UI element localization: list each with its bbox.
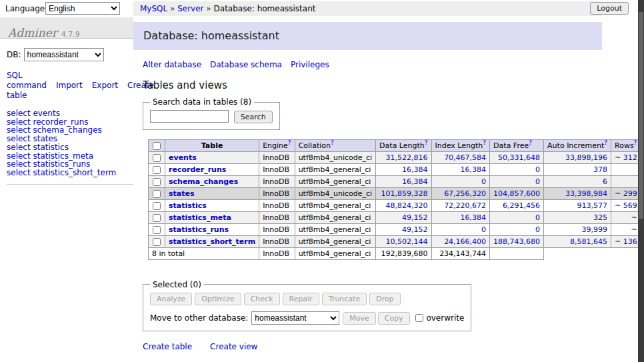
row-checkbox[interactable] [153,166,161,174]
help-link[interactable]: ? [483,141,486,150]
table-link-statistics-meta[interactable]: statistics_meta [169,213,231,222]
cell-table-name: recorder_runs [165,163,259,175]
truncate-button[interactable]: Truncate [322,293,367,305]
db-select[interactable]: homeassistant [24,48,104,61]
help-link[interactable]: ? [634,141,637,150]
auto-increment-link[interactable]: 6 [603,177,607,186]
row-checkbox[interactable] [153,202,161,210]
sidebar-link-export[interactable]: Export [92,81,118,90]
index-length-link[interactable]: 0 [481,225,486,234]
sidebar-select-statistics[interactable]: select statistics [7,143,133,152]
index-length-link[interactable]: 24,166,400 [444,237,486,246]
data-length-link[interactable]: 48,824,320 [386,201,428,210]
sidebar-link-import[interactable]: Import [56,81,83,90]
nav-link-alter-database[interactable]: Alter database [143,60,201,69]
table-link-events[interactable]: events [169,153,197,162]
data-length-link[interactable]: 31,522,816 [386,153,428,162]
column-header-table: Table [165,139,259,151]
help-link[interactable]: ? [529,141,532,150]
breadcrumb-item-server[interactable]: Server [177,4,203,13]
data-length-link[interactable]: 16,384 [402,165,428,174]
select-all-checkbox[interactable] [153,142,161,150]
help-link[interactable]: ? [604,141,607,150]
auto-increment-link[interactable]: 378 [593,165,607,174]
table-link-statistics[interactable]: statistics [169,201,207,210]
table-link-statistics-short-term[interactable]: statistics_short_term [169,237,255,246]
drop-button[interactable]: Drop [369,293,400,305]
link-create-table[interactable]: Create table [143,342,192,351]
data-free-link[interactable]: 50,331,648 [498,153,540,162]
search-input[interactable] [150,110,229,123]
index-length-link[interactable]: 0 [481,177,486,186]
data-length-link[interactable]: 101,859,328 [381,189,428,198]
table-link-schema-changes[interactable]: schema_changes [169,177,238,186]
vertical-scrollbar[interactable] [638,0,644,362]
cell-index-length: 0 [431,223,490,235]
data-length-link[interactable]: 49,152 [402,225,428,234]
cell-collation: utf8mb4_unicode_ci [295,187,375,199]
data-free-link[interactable]: 6,291,456 [503,201,540,210]
data-free-link[interactable]: 0 [535,213,540,222]
auto-increment-link[interactable]: 913,577 [577,201,608,210]
help-link[interactable]: ? [425,141,428,150]
auto-increment-link[interactable]: 325 [593,213,607,222]
row-checkbox[interactable] [153,190,161,198]
sidebar-select-statistics-short-term[interactable]: select statistics_short_term [7,169,133,177]
index-length-link[interactable]: 16,384 [461,213,487,222]
data-free-link[interactable]: 0 [535,225,540,234]
cell-engine: InnoDB [259,223,295,235]
move-db-select[interactable]: homeassistant [251,311,339,325]
nav-link-database-schema[interactable]: Database schema [210,60,282,69]
check-button[interactable]: Check [244,293,280,305]
data-length-link[interactable]: 10,502,144 [386,237,428,246]
table-row: recorder_runsInnoDButf8mb4_general_ci16,… [149,163,644,175]
nav-link-privileges[interactable]: Privileges [291,60,329,69]
overwrite-checkbox[interactable] [415,314,423,322]
copy-button[interactable]: Copy [378,312,410,325]
repair-button[interactable]: Repair [283,293,319,305]
data-length-link[interactable]: 49,152 [402,213,428,222]
cell-data-free: 0 [490,163,544,175]
auto-increment-link[interactable]: 33,898,196 [565,153,607,162]
data-free-link[interactable]: 0 [535,165,540,174]
index-length-link[interactable]: 67,256,320 [444,189,486,198]
table-link-recorder-runs[interactable]: recorder_runs [169,165,226,174]
auto-increment-link[interactable]: 8,581,645 [570,237,607,246]
optimize-button[interactable]: Optimize [195,293,241,305]
move-button[interactable]: Move [343,312,376,325]
index-length-link[interactable]: 70,467,584 [444,153,486,162]
scrollbar-thumb[interactable] [639,12,643,219]
breadcrumb: MySQL » Server » Database: homeassistant [133,1,602,16]
breadcrumb-item-mysql[interactable]: MySQL [140,4,167,13]
help-link[interactable]: ? [331,141,334,150]
auto-increment-link[interactable]: 33,398,984 [565,189,607,198]
column-header-collation: Collation? [295,139,375,151]
row-checkbox[interactable] [153,214,161,222]
analyze-button[interactable]: Analyze [150,293,192,305]
row-checkbox[interactable] [153,154,161,162]
sidebar-select-states[interactable]: select states [7,135,133,143]
row-checkbox[interactable] [153,238,161,246]
data-free-link[interactable]: 104,857,600 [493,189,540,198]
language-select[interactable]: English [45,2,120,15]
data-length-link[interactable]: 16,384 [402,177,428,186]
sidebar-link-sql-command[interactable]: SQL command [7,71,47,90]
data-free-link[interactable]: 0 [535,177,540,186]
app-logo[interactable]: Adminer [8,26,57,39]
help-link[interactable]: ? [288,141,291,150]
table-link-statistics-runs[interactable]: statistics_runs [169,225,229,234]
row-checkbox[interactable] [153,178,161,186]
link-create-view[interactable]: Create view [210,342,257,351]
search-button[interactable]: Search [234,111,273,123]
page-title: Database: homeassistant [133,22,602,50]
row-checkbox[interactable] [153,226,161,234]
sidebar-select-events[interactable]: select events [7,109,133,118]
auto-increment-link[interactable]: 39,999 [582,225,608,234]
index-length-link[interactable]: 16,384 [461,165,487,174]
data-free-link[interactable]: 188,743,680 [493,237,540,246]
cell-data-free: 0 [490,175,544,187]
index-length-link[interactable]: 72,220,672 [444,201,486,210]
logout-button[interactable]: Logout [590,2,629,15]
cell-auto-increment: 33,898,196 [544,151,611,163]
table-link-states[interactable]: states [169,189,195,198]
